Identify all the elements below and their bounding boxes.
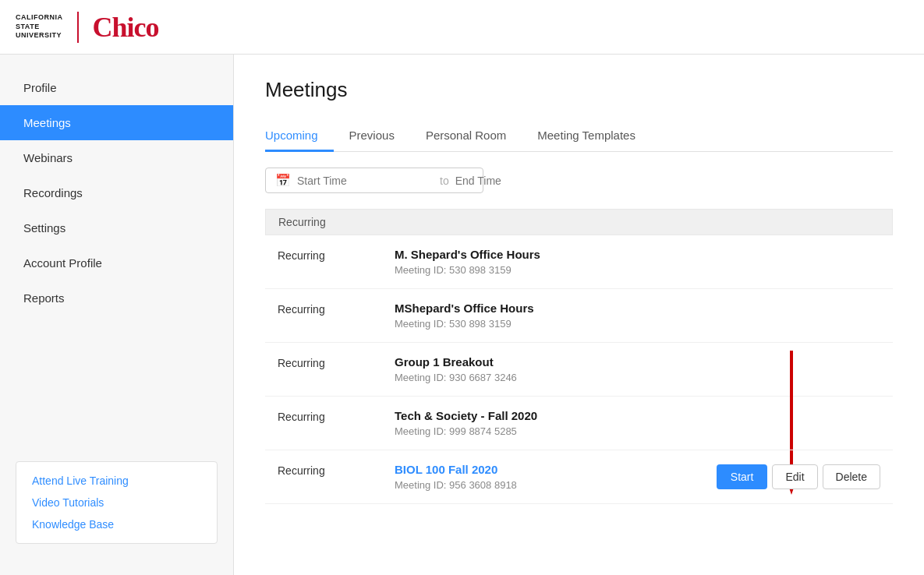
- sidebar-links: Attend Live Training Video Tutorials Kno…: [16, 461, 218, 544]
- sidebar-item-account-profile[interactable]: Account Profile: [0, 245, 233, 280]
- logo-divider: [77, 12, 79, 43]
- meeting-id-3: Meeting ID: 930 6687 3246: [395, 372, 880, 383]
- attend-live-training-link[interactable]: Attend Live Training: [32, 474, 201, 487]
- page-title: Meetings: [265, 78, 893, 102]
- section-header: Recurring: [265, 209, 893, 235]
- tabs-container: Upcoming Previous Personal Room Meeting …: [265, 121, 893, 152]
- sidebar-item-reports[interactable]: Reports: [0, 280, 233, 316]
- university-lines: CALIFORNIASTATEUNIVERSITY: [16, 13, 63, 41]
- logo-chico: Chico: [93, 11, 159, 44]
- meeting-name-2: MShepard's Office Hours: [395, 302, 880, 315]
- start-button[interactable]: Start: [717, 464, 768, 489]
- meeting-row: Recurring M. Shepard's Office Hours Meet…: [265, 235, 893, 289]
- tab-meeting-templates[interactable]: Meeting Templates: [522, 121, 651, 152]
- logo-area: CALIFORNIASTATEUNIVERSITY Chico: [16, 11, 159, 44]
- top-bar: CALIFORNIASTATEUNIVERSITY Chico: [0, 0, 924, 55]
- meeting-name-4: Tech & Society - Fall 2020: [395, 409, 880, 422]
- end-time-input[interactable]: [455, 175, 592, 187]
- meeting-info-1: M. Shepard's Office Hours Meeting ID: 53…: [395, 248, 880, 276]
- meeting-info-3: Group 1 Breakout Meeting ID: 930 6687 32…: [395, 355, 880, 383]
- meeting-info-2: MShepard's Office Hours Meeting ID: 530 …: [395, 302, 880, 330]
- tab-personal-room[interactable]: Personal Room: [410, 121, 522, 152]
- meeting-type-5: Recurring: [278, 463, 395, 477]
- sidebar-item-settings[interactable]: Settings: [0, 210, 233, 245]
- main-layout: Profile Meetings Webinars Recordings Set…: [0, 55, 924, 575]
- meeting-row-biol: Recurring BIOL 100 Fall 2020 Meeting ID:…: [265, 450, 893, 504]
- meeting-id-1: Meeting ID: 530 898 3159: [395, 264, 880, 276]
- meeting-name-5[interactable]: BIOL 100 Fall 2020: [395, 463, 717, 476]
- meetings-list: Recurring M. Shepard's Office Hours Meet…: [265, 235, 893, 504]
- meeting-info-5: BIOL 100 Fall 2020 Meeting ID: 956 3608 …: [395, 463, 717, 491]
- meeting-actions-5: Start Edit Delete: [717, 463, 880, 489]
- tab-upcoming[interactable]: Upcoming: [265, 121, 334, 152]
- university-text: CALIFORNIASTATEUNIVERSITY: [16, 13, 63, 41]
- date-filter[interactable]: 📅 to: [265, 168, 483, 193]
- meeting-type-1: Recurring: [278, 248, 395, 262]
- meeting-type-3: Recurring: [278, 355, 395, 369]
- meeting-id-5: Meeting ID: 956 3608 8918: [395, 479, 717, 491]
- meeting-row: Recurring Tech & Society - Fall 2020 Mee…: [265, 397, 893, 450]
- content-area: Meetings Upcoming Previous Personal Room…: [234, 55, 924, 575]
- calendar-icon: 📅: [275, 173, 291, 188]
- meeting-id-2: Meeting ID: 530 898 3159: [395, 318, 880, 330]
- date-to-label: to: [440, 175, 449, 187]
- sidebar-item-webinars[interactable]: Webinars: [0, 140, 233, 175]
- sidebar-nav: Profile Meetings Webinars Recordings Set…: [0, 70, 233, 446]
- meeting-name-3: Group 1 Breakout: [395, 355, 880, 369]
- meeting-info-4: Tech & Society - Fall 2020 Meeting ID: 9…: [395, 409, 880, 437]
- sidebar-item-meetings[interactable]: Meetings: [0, 105, 233, 140]
- start-time-input[interactable]: [297, 175, 434, 187]
- meeting-id-4: Meeting ID: 999 8874 5285: [395, 425, 880, 437]
- delete-button[interactable]: Delete: [823, 464, 880, 489]
- knowledge-base-link[interactable]: Knowledge Base: [32, 518, 201, 531]
- edit-button[interactable]: Edit: [772, 464, 817, 489]
- sidebar-item-profile[interactable]: Profile: [0, 70, 233, 105]
- meeting-type-4: Recurring: [278, 409, 395, 423]
- meeting-row: Recurring MShepard's Office Hours Meetin…: [265, 289, 893, 343]
- meeting-type-2: Recurring: [278, 302, 395, 316]
- meeting-name-1: M. Shepard's Office Hours: [395, 248, 880, 261]
- sidebar-item-recordings[interactable]: Recordings: [0, 175, 233, 210]
- video-tutorials-link[interactable]: Video Tutorials: [32, 496, 201, 509]
- meeting-row: Recurring Group 1 Breakout Meeting ID: 9…: [265, 343, 893, 397]
- sidebar: Profile Meetings Webinars Recordings Set…: [0, 55, 234, 575]
- tab-previous[interactable]: Previous: [334, 121, 410, 152]
